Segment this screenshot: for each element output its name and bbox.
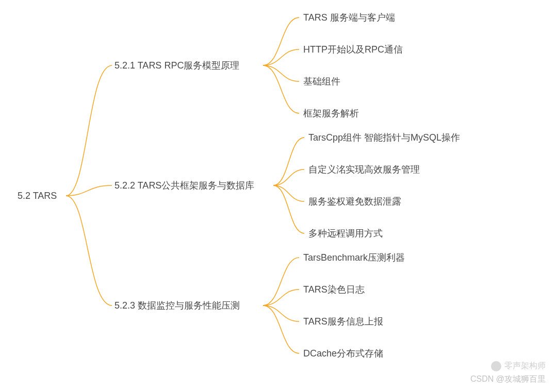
leaf-node: TARS 服务端与客户端 [303, 11, 395, 24]
leaf-node: TARS服务信息上报 [303, 315, 383, 328]
root-node: 5.2 TARS [18, 190, 57, 202]
leaf-node: TarsBenchmark压测利器 [303, 251, 405, 264]
leaf-node: 基础组件 [303, 75, 340, 88]
leaf-node: TarsCpp组件 智能指针与MySQL操作 [308, 131, 460, 144]
wechat-icon [491, 361, 501, 371]
branch-node: 5.2.1 TARS RPC服务模型原理 [114, 59, 239, 72]
leaf-node: 服务鉴权避免数据泄露 [308, 195, 401, 208]
leaf-node: 自定义洺实现高效服务管理 [308, 163, 420, 176]
leaf-node: 多种远程调用方式 [308, 227, 383, 240]
leaf-node: DCache分布式存储 [303, 347, 383, 360]
branch-node: 5.2.3 数据监控与服务性能压测 [114, 299, 240, 312]
leaf-node: HTTP开始以及RPC通信 [303, 43, 403, 56]
mindmap-connectors [0, 0, 557, 392]
watermark-primary-text: 零声架构师 [504, 361, 546, 371]
watermark-primary: 零声架构师 [491, 361, 546, 371]
branch-node: 5.2.2 TARS公共框架服务与数据库 [114, 179, 254, 192]
leaf-node: TARS染色日志 [303, 283, 365, 296]
leaf-node: 框架服务解析 [303, 107, 359, 120]
watermark-secondary: CSDN @攻城狮百里 [470, 374, 546, 385]
